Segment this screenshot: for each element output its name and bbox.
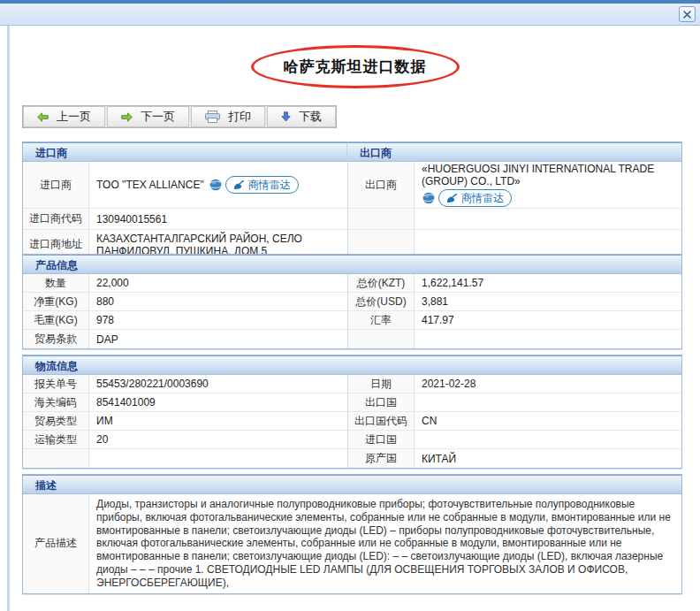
table-row: 海关编码 8541401009 出口国	[23, 393, 681, 412]
title-row: 哈萨克斯坦进口数据	[10, 45, 700, 88]
importer-code-label: 进口商代码	[23, 209, 89, 230]
field-value: CN	[415, 412, 681, 431]
toolbar: 上一页 下一页 打印 下载	[22, 105, 337, 128]
field-value: 2021-02-28	[415, 375, 681, 393]
download-button[interactable]: 下载	[267, 106, 336, 127]
field-value	[415, 330, 681, 348]
logistics-section-header: 物流信息	[23, 355, 681, 375]
satellite-dish-icon	[446, 194, 458, 203]
section-product-info: 产品信息 数量 22,000 总价(KZT) 1,622,141.57 净重(K…	[22, 254, 682, 349]
field-label: 原产国	[348, 449, 415, 468]
next-page-label: 下一页	[141, 109, 175, 125]
section-logistics-info: 物流信息 报关单号 55453/280221/0003690 日期 2021-0…	[22, 355, 682, 469]
field-label: 毛重(KG)	[23, 311, 89, 330]
field-label: 贸易条款	[23, 330, 89, 348]
product-description-label: 产品描述	[23, 494, 89, 593]
product-section-header: 产品信息	[23, 255, 681, 274]
field-value: DAP	[89, 330, 348, 348]
table-row: 报关单号 55453/280221/0003690 日期 2021-02-28	[23, 375, 681, 393]
description-section-header: 描述	[23, 475, 681, 494]
table-row: 净重(KG) 880 总价(USD) 3,881	[23, 293, 681, 311]
field-label	[23, 449, 89, 468]
table-row: 进口商 TOO "TEX ALLIANCE" 商情雷	[23, 162, 681, 209]
table-row: 运输类型 20 进口国	[23, 431, 681, 449]
section-parties: 进口商 出口商 进口商 TOO "TEX ALLIANCE"	[22, 141, 682, 260]
parties-section-header: 进口商 出口商	[23, 142, 681, 162]
radar-badge[interactable]: 商情雷达	[225, 176, 299, 194]
next-page-button[interactable]: 下一页	[107, 106, 189, 127]
field-label: 数量	[23, 274, 89, 293]
exporter-section-title: 出口商	[347, 143, 681, 163]
prev-page-button[interactable]: 上一页	[23, 106, 105, 127]
arrow-right-icon	[121, 112, 133, 122]
print-label: 打印	[228, 109, 251, 125]
field-label: 报关单号	[23, 375, 89, 393]
exporter-name-value: «HUOERGUOSI JINYI INTERNATIONAL TRADE (G…	[422, 163, 670, 187]
importer-section-title: 进口商	[23, 143, 347, 163]
table-row: 毛重(KG) 978 汇率 417.97	[23, 311, 681, 330]
field-label: 总价(USD)	[348, 293, 415, 311]
printer-icon	[205, 111, 220, 123]
description-section-title: 描述	[23, 476, 681, 495]
field-label: 运输类型	[23, 431, 89, 449]
field-value: 417.97	[415, 311, 681, 330]
field-label: 汇率	[348, 311, 415, 330]
field-label	[348, 330, 415, 348]
field-value: 55453/280221/0003690	[89, 375, 348, 393]
table-row: 数量 22,000 总价(KZT) 1,622,141.57	[23, 274, 681, 293]
empty-value-cell	[415, 209, 681, 230]
product-section-title: 产品信息	[23, 256, 681, 275]
importer-name-cell: TOO "TEX ALLIANCE" 商情雷达	[89, 162, 348, 209]
field-value: 8541401009	[89, 393, 348, 412]
field-value: 3,881	[415, 293, 681, 311]
radar-badge-label: 商情雷达	[461, 191, 504, 206]
exporter-name-cell: «HUOERGUOSI JINYI INTERNATIONAL TRADE (G…	[415, 162, 681, 209]
globe-icon[interactable]	[422, 192, 435, 204]
field-value: 978	[89, 311, 348, 330]
table-row: 进口商代码 130940015561	[23, 209, 681, 230]
importer-name-label: 进口商	[23, 162, 89, 209]
logistics-section-title: 物流信息	[23, 356, 681, 376]
field-label: 总价(KZT)	[348, 274, 415, 293]
table-row: 原产国 КИТАЙ	[23, 449, 681, 468]
field-label: 日期	[348, 375, 415, 393]
arrow-left-icon	[37, 112, 49, 122]
field-value: 1,622,141.57	[415, 274, 681, 293]
page-title: 哈萨克斯坦进口数据	[284, 58, 427, 75]
field-value: 20	[89, 431, 348, 449]
field-value: 880	[89, 293, 348, 311]
close-icon	[683, 11, 691, 19]
field-label: 净重(KG)	[23, 293, 89, 311]
table-row: 产品描述 Диоды, транзисторы и аналогичные по…	[23, 494, 681, 593]
field-value	[415, 393, 681, 412]
field-value: 22,000	[89, 274, 348, 293]
table-row: 贸易条款 DAP	[23, 330, 681, 348]
dialog-content: 哈萨克斯坦进口数据 上一页 下一页 打印	[7, 26, 700, 611]
title-red-ellipse: 哈萨克斯坦进口数据	[251, 45, 460, 88]
table-row: 贸易类型 ИМ 出口国代码 CN	[23, 412, 681, 431]
exporter-name-label: 出口商	[348, 162, 415, 209]
download-arrow-icon	[281, 111, 291, 122]
field-value: КИТАЙ	[415, 449, 681, 468]
radar-badge[interactable]: 商情雷达	[438, 189, 512, 207]
field-label: 出口国代码	[348, 412, 415, 431]
field-value: ИМ	[89, 412, 348, 431]
field-label: 进口国	[348, 431, 415, 449]
dialog-titlebar	[0, 4, 700, 26]
close-button[interactable]	[679, 6, 696, 22]
field-label: 贸易类型	[23, 412, 89, 431]
field-value	[89, 449, 348, 468]
download-label: 下载	[299, 109, 322, 125]
product-description-value: Диоды, транзисторы и аналогичные полупро…	[89, 494, 681, 593]
empty-label-cell	[348, 209, 415, 230]
field-label: 出口国	[348, 393, 415, 412]
globe-icon[interactable]	[209, 179, 222, 191]
print-button[interactable]: 打印	[191, 106, 265, 127]
importer-name-value: TOO "TEX ALLIANCE"	[96, 179, 204, 191]
field-value	[415, 431, 681, 449]
field-label: 海关编码	[23, 393, 89, 412]
satellite-dish-icon	[233, 180, 245, 190]
prev-page-label: 上一页	[57, 109, 91, 125]
radar-badge-label: 商情雷达	[248, 178, 291, 193]
section-description: 描述 产品描述 Диоды, транзисторы и аналогичные…	[22, 474, 682, 594]
